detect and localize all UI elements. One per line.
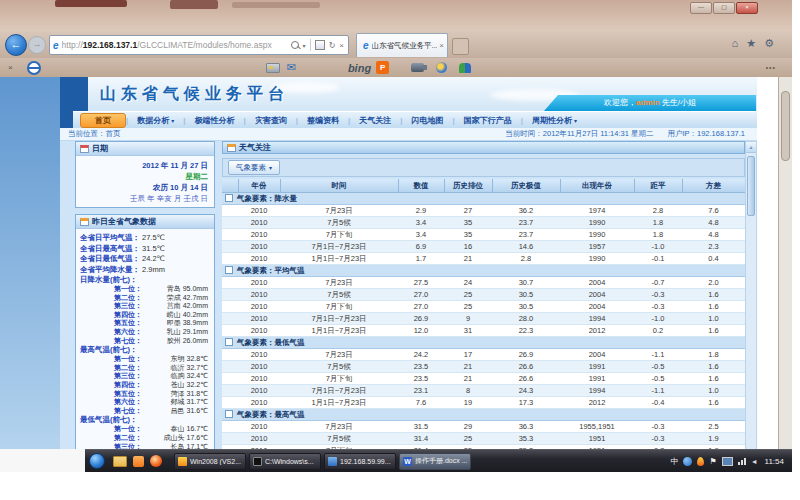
pinned-app-icon[interactable] (133, 456, 144, 467)
table-row[interactable]: 20101月1日~7月23日1.7212.81990-0.10.4 (222, 253, 745, 265)
list-icon (80, 218, 89, 226)
dropdown-arrow-icon[interactable]: ▾ (303, 42, 306, 49)
toolbar-close-icon[interactable]: × (8, 63, 13, 72)
weather-stat: 全省日平均气温：27.5℃ (80, 233, 210, 244)
table-row[interactable]: 20107月23日24.21726.92004-1.11.8 (222, 349, 745, 361)
rank-item: 第三位：莒南 42.0mm (80, 302, 210, 311)
table-row[interactable]: 20107月5候31.42535.31951-0.31.9 (222, 433, 745, 445)
action-center-flag-icon[interactable]: ⚑ (709, 457, 716, 466)
page-scrollbar[interactable]: ▲ ▼ (745, 141, 757, 472)
table-row[interactable]: 20107月1日~7月23日26.9928.01994-1.01.0 (222, 313, 745, 325)
taskbar-button[interactable]: Win2008 (VS2... (174, 453, 246, 470)
table-row[interactable]: 20101月1日~7月23日12.03122.320120.21.6 (222, 325, 745, 337)
table-row[interactable]: 20107月1日~7月23日23.1824.31994-1.11.0 (222, 385, 745, 397)
favorites-star-icon[interactable]: ★ (746, 37, 756, 50)
taskbar-button[interactable]: W操作手册.docx ... (399, 453, 471, 470)
taskbar-button[interactable]: C:\Windows\s... (249, 453, 321, 470)
network-icon[interactable] (738, 458, 746, 465)
nav-item[interactable]: 天气关注 (350, 115, 400, 126)
minimize-button[interactable]: — (690, 2, 712, 14)
table-row[interactable]: 20107月23日31.52936.31955,1951-0.32.5 (222, 421, 745, 433)
home-icon[interactable]: ⌂ (732, 37, 739, 50)
browser-tab[interactable]: e 山东省气候业务平... × (356, 33, 448, 57)
browser-scrollbar[interactable] (778, 77, 792, 472)
search-icon[interactable] (291, 41, 299, 49)
rank-label: 第六位： (80, 398, 142, 407)
card-reader-icon[interactable] (266, 63, 280, 73)
forward-button[interactable]: → (28, 36, 46, 54)
breadcrumb-bar: 当前位置：首页 当前时间：2012年11月27日 11:14:31 星期二 用户… (60, 128, 757, 141)
browser-scrollbar-thumb[interactable] (781, 91, 790, 161)
tray-app-icon[interactable] (683, 457, 692, 466)
close-button[interactable]: × (736, 2, 758, 14)
table-row[interactable]: 20107月5候23.52126.61991-0.51.6 (222, 361, 745, 373)
element-selector-button[interactable]: 气象要素 ▾ (228, 160, 280, 175)
group-expand-box[interactable] (225, 410, 233, 418)
table-cell: 27.0 (398, 301, 444, 313)
maximize-button[interactable]: ▢ (713, 2, 735, 14)
speaker-icon[interactable]: ◄ (751, 458, 758, 465)
overflow-menu[interactable]: ••• (766, 64, 776, 71)
table-cell: 2.9 (398, 205, 444, 217)
download-manager-icon[interactable] (697, 457, 704, 466)
webcam-icon[interactable] (411, 63, 424, 72)
table-row[interactable]: 20101月1日~7月23日7.61917.32012-0.41.6 (222, 397, 745, 409)
contacts-icon[interactable] (459, 63, 471, 73)
cmd-icon (253, 457, 262, 466)
scroll-up-arrow[interactable]: ▲ (746, 142, 756, 153)
table-row[interactable]: 20107月5候3.43523.719901.84.8 (222, 217, 745, 229)
group-expand-box[interactable] (225, 266, 233, 274)
table-cell: 2010 (238, 433, 280, 445)
browser-launcher-icon[interactable] (150, 455, 162, 467)
taskbar-button[interactable]: 192.168.59.99... (324, 453, 396, 470)
nav-item[interactable]: 周期性分析▾ (523, 115, 586, 126)
refresh-icon[interactable]: ↻ (329, 41, 336, 50)
weather-stat: 全省平均降水量：2.9mm (80, 265, 210, 276)
table-cell: 1990 (560, 253, 634, 265)
row-gutter-cell (222, 217, 238, 229)
back-button[interactable]: ← (5, 34, 27, 56)
share-icon[interactable] (436, 62, 447, 73)
table-row[interactable]: 20107月下旬3.43523.719901.84.8 (222, 229, 745, 241)
tab-close-icon[interactable]: × (439, 41, 444, 50)
nav-item[interactable]: 极端性分析 (186, 115, 244, 126)
start-button[interactable] (89, 453, 105, 469)
grid-icon (227, 144, 236, 152)
stop-icon[interactable]: × (339, 41, 344, 50)
table-row[interactable]: 20107月下旬23.52126.61991-0.51.6 (222, 373, 745, 385)
group-header-row[interactable]: 气象要素：降水量 (222, 193, 745, 205)
scrollbar-thumb[interactable] (747, 156, 755, 216)
display-monitor-icon[interactable] (722, 457, 733, 466)
group-header-row[interactable]: 气象要素：最低气温 (222, 337, 745, 349)
group-expand-box[interactable] (225, 338, 233, 346)
nav-item[interactable]: 整编资料 (298, 115, 348, 126)
new-tab-button[interactable] (452, 38, 469, 55)
compatibility-view-icon[interactable] (315, 40, 325, 50)
table-cell: 1955,1951 (560, 421, 634, 433)
date-panel: 日期 2012 年 11 月 27 日 星期二 农历 10 月 14 日 壬辰 … (75, 141, 215, 208)
date-panel-header: 日期 (76, 142, 214, 156)
table-row[interactable]: 20107月1日~7月23日6.91614.61957-1.02.3 (222, 241, 745, 253)
table-row[interactable]: 20107月下旬27.02530.52004-0.31.6 (222, 301, 745, 313)
explorer-folder-icon[interactable] (113, 456, 127, 467)
nav-item[interactable]: 国家下行产品 (455, 115, 521, 126)
group-expand-box[interactable] (225, 194, 233, 202)
table-row[interactable]: 20107月23日27.52430.72004-0.72.0 (222, 277, 745, 289)
toolbar-logo-icon[interactable] (27, 61, 41, 75)
baidu-icon[interactable]: P (376, 61, 389, 74)
address-bar[interactable]: e http://192.168.137.1/GLCCLIMATE/module… (49, 35, 349, 55)
language-indicator[interactable]: 中 (670, 456, 678, 467)
dropdown-arrow-icon: ▾ (269, 164, 272, 171)
nav-item[interactable]: 闪电地图 (403, 115, 453, 126)
mail-icon[interactable]: ✉ (287, 61, 296, 74)
table-row[interactable]: 20107月5候27.02530.52004-0.31.6 (222, 289, 745, 301)
stat-label: 全省日最低气温： (80, 254, 140, 265)
nav-item[interactable]: 数据分析▾ (128, 115, 183, 126)
clock[interactable]: 11:54 (765, 457, 784, 466)
nav-item[interactable]: 首页 (80, 113, 126, 128)
table-row[interactable]: 20107月23日2.92736.219742.87.6 (222, 205, 745, 217)
group-header-row[interactable]: 气象要素：最高气温 (222, 409, 745, 421)
settings-gear-icon[interactable]: ⚙ (764, 37, 774, 50)
nav-item[interactable]: 灾害查询 (246, 115, 296, 126)
group-header-row[interactable]: 气象要素：平均气温 (222, 265, 745, 277)
